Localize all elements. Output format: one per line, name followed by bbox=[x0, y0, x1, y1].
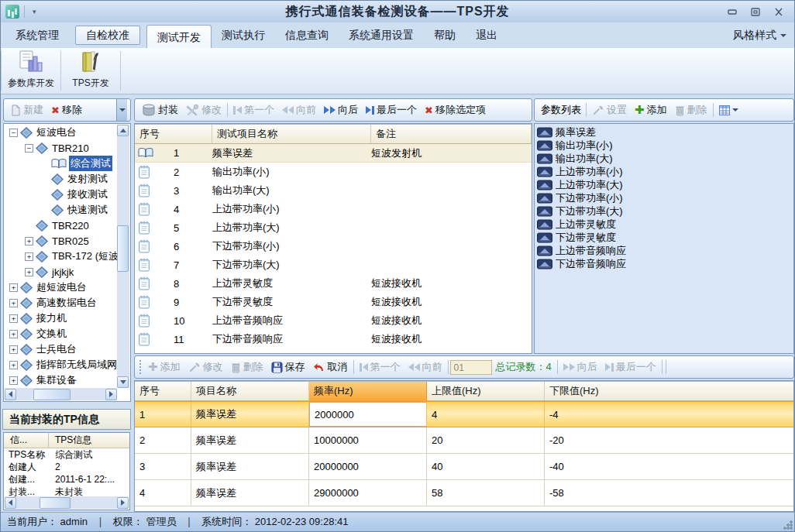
tp-info-row[interactable]: 创建...2011-6-1 22:... bbox=[4, 473, 129, 486]
expand-plus-icon[interactable]: + bbox=[25, 252, 33, 261]
record-modify-button[interactable]: 修改 bbox=[184, 360, 227, 374]
param-list-item[interactable]: 下边带灵敏度 bbox=[535, 231, 793, 244]
next-button[interactable]: 向后 bbox=[320, 103, 362, 117]
scrollbar-thumb[interactable] bbox=[33, 389, 71, 400]
scroll-left-button[interactable] bbox=[5, 497, 16, 509]
save-button[interactable]: 保存 bbox=[267, 360, 309, 374]
expand-plus-icon[interactable]: + bbox=[25, 237, 33, 245]
tree-item[interactable]: TBR220 bbox=[5, 218, 117, 233]
close-button[interactable] bbox=[773, 6, 785, 17]
menu-tab-自检校准[interactable]: 自检校准 bbox=[75, 26, 140, 45]
record-first-button[interactable]: 第一个 bbox=[356, 360, 404, 374]
scroll-up-button[interactable] bbox=[117, 125, 129, 136]
menu-tab-系统管理[interactable]: 系统管理 bbox=[5, 22, 69, 48]
param-list-item[interactable]: 输出功率(小) bbox=[535, 139, 793, 152]
quick-access-dropdown-icon[interactable]: ▾ bbox=[29, 8, 40, 15]
record-delete-button[interactable]: 删除 bbox=[227, 360, 267, 374]
menu-tab-测试开发[interactable]: 测试开发 bbox=[146, 25, 212, 48]
remove-selected-button[interactable]: ✖ 移除选定项 bbox=[421, 103, 490, 117]
tree-item[interactable]: +集群设备 bbox=[5, 372, 117, 388]
tree-item[interactable]: +jkjkjk bbox=[5, 264, 117, 280]
test-item-row[interactable]: 10上边带音频响应短波接收机 bbox=[135, 311, 532, 330]
tree-item[interactable]: +TBR025 bbox=[5, 233, 117, 249]
menu-tab-系统通用设置[interactable]: 系统通用设置 bbox=[339, 22, 424, 48]
param-list-item[interactable]: 下边带音频响应 bbox=[535, 257, 793, 270]
column-header-序号[interactable]: 序号 bbox=[135, 125, 212, 143]
param-list-item[interactable]: 上边带功率(大) bbox=[535, 178, 793, 191]
column-header-下限值(Hz)[interactable]: 下限值(Hz) bbox=[545, 382, 793, 400]
param-value-row[interactable]: 2频率误差1000000020-20 bbox=[135, 427, 793, 454]
param-list-item[interactable]: 输出功率(大) bbox=[535, 152, 793, 165]
test-item-row[interactable]: 11下边带音频响应短波接收机 bbox=[135, 330, 532, 348]
menu-tab-退出[interactable]: 退出 bbox=[466, 22, 508, 48]
scroll-left-button[interactable] bbox=[5, 389, 16, 400]
pack-button[interactable]: 封装 bbox=[138, 103, 182, 117]
tree-item[interactable]: +超短波电台 bbox=[5, 280, 117, 295]
tree-item[interactable]: 发射测试 bbox=[5, 171, 117, 187]
cancel-button[interactable]: 取消 bbox=[309, 360, 352, 374]
test-item-row[interactable]: 1频率误差短波发射机 bbox=[135, 144, 532, 163]
param-value-row[interactable]: 3频率误差2000000040-40 bbox=[135, 454, 793, 480]
expand-plus-icon[interactable]: + bbox=[9, 361, 18, 369]
tps-dev-button[interactable]: TPS开发 bbox=[61, 48, 120, 93]
maximize-button[interactable] bbox=[749, 6, 762, 17]
param-list-item[interactable]: 下边带功率(大) bbox=[535, 204, 793, 218]
tree-vertical-scrollbar[interactable] bbox=[117, 125, 129, 388]
last-button[interactable]: 最后一个 bbox=[362, 103, 421, 117]
expand-plus-icon[interactable]: + bbox=[9, 314, 18, 323]
collapse-minus-icon[interactable]: − bbox=[25, 144, 33, 153]
param-value-row[interactable]: 4频率误差2900000058-58 bbox=[135, 480, 793, 506]
tp-info-row[interactable]: 创建人2 bbox=[4, 461, 129, 473]
scroll-down-button[interactable] bbox=[117, 376, 129, 388]
tp-info-horizontal-scrollbar[interactable] bbox=[5, 496, 129, 509]
record-add-button[interactable]: ✚ 添加 bbox=[144, 360, 184, 374]
minimize-button[interactable] bbox=[726, 6, 738, 17]
test-item-row[interactable]: 2输出功率(小) bbox=[135, 163, 532, 181]
scroll-right-button[interactable] bbox=[105, 389, 117, 400]
expand-plus-icon[interactable]: + bbox=[25, 268, 33, 276]
scrollbar-thumb[interactable] bbox=[117, 225, 129, 272]
test-item-row[interactable]: 7下边带功率(大) bbox=[135, 256, 532, 274]
column-header-备注[interactable]: 备注 bbox=[371, 125, 532, 143]
tree-item[interactable]: +交换机 bbox=[5, 326, 117, 342]
tp-info-row[interactable]: TPS名称综合测试 bbox=[4, 448, 129, 461]
view-grid-button[interactable] bbox=[715, 105, 742, 115]
new-button[interactable]: 新建 bbox=[7, 103, 47, 117]
collapse-minus-icon[interactable]: − bbox=[9, 129, 18, 137]
tp-info-col2-header[interactable]: TPS信息 bbox=[49, 434, 91, 447]
test-item-row[interactable]: 8上边带灵敏度短波接收机 bbox=[135, 274, 532, 293]
param-list-item[interactable]: 上边带功率(小) bbox=[535, 165, 793, 178]
test-item-row[interactable]: 9下边带灵敏度短波接收机 bbox=[135, 293, 532, 311]
tree-item[interactable]: +TBR-172 (短波 bbox=[5, 249, 117, 264]
tree-item[interactable]: +指挥部无线局域网 bbox=[5, 357, 117, 372]
add-param-button[interactable]: ✚ 添加 bbox=[631, 103, 671, 117]
param-list-item[interactable]: 上边带音频响应 bbox=[535, 244, 793, 257]
test-item-row[interactable]: 3输出功率(大) bbox=[135, 181, 532, 200]
column-header-项目名称[interactable]: 项目名称 bbox=[191, 382, 309, 400]
param-list-item[interactable]: 下边带功率(小) bbox=[535, 191, 793, 204]
param-list-item[interactable]: 上边带灵敏度 bbox=[535, 218, 793, 231]
frequency-edit-cell[interactable]: 2000000 bbox=[309, 402, 427, 427]
expand-plus-icon[interactable]: + bbox=[9, 330, 18, 338]
menu-tab-信息查询[interactable]: 信息查询 bbox=[275, 22, 339, 48]
tree-item[interactable]: −TBR210 bbox=[5, 140, 117, 156]
test-item-row[interactable]: 4上边带功率(小) bbox=[135, 200, 532, 218]
scroll-right-button[interactable] bbox=[117, 497, 129, 509]
column-header-上限值(Hz)[interactable]: 上限值(Hz) bbox=[427, 382, 545, 400]
prev-button[interactable]: 向前 bbox=[278, 103, 320, 117]
test-item-row[interactable]: 6下边带功率(小) bbox=[135, 237, 532, 256]
toolbar-grip[interactable] bbox=[139, 360, 141, 374]
menu-tab-帮助[interactable]: 帮助 bbox=[424, 22, 466, 48]
column-header-序号[interactable]: 序号 bbox=[135, 382, 191, 400]
toolbar-overflow-button[interactable] bbox=[116, 99, 127, 121]
param-list-item[interactable]: 频率误差 bbox=[535, 125, 793, 139]
record-last-button[interactable]: 最后一个 bbox=[601, 360, 660, 374]
column-header-频率(Hz)[interactable]: 频率(Hz) bbox=[309, 382, 427, 400]
first-button[interactable]: 第一个 bbox=[229, 103, 278, 117]
resize-grip[interactable] bbox=[783, 520, 793, 530]
record-index-input[interactable]: 01 bbox=[450, 360, 492, 375]
tree-item[interactable]: 快速测试 bbox=[5, 202, 117, 218]
expand-plus-icon[interactable]: + bbox=[9, 345, 18, 354]
modify-button[interactable]: 修改 bbox=[182, 103, 225, 117]
delete-param-button[interactable]: 删除 bbox=[671, 103, 711, 117]
